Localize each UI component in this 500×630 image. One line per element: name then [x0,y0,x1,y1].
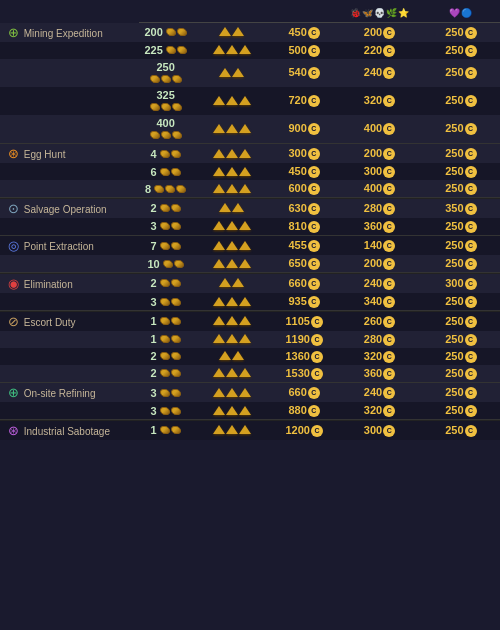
credit-icon: C [383,45,395,57]
credit-icon: C [465,27,477,39]
credit-icon: C [465,425,477,437]
mission-icon: ⊛ [8,146,19,161]
complexity-pip [239,241,251,250]
secondary2-credit-cell: 250C [422,421,500,440]
complexity-pip [226,425,238,434]
complexity-pip [219,203,231,212]
mission-name: Industrial Sabotage [24,426,110,437]
table-row: 250 540C240C250C [0,59,500,87]
mission-name: Escort Duty [24,317,76,328]
length-pip [172,103,182,111]
mission-type-0 [0,42,139,59]
complexity-pip [226,149,238,158]
mission-name: Salvage Operation [24,204,107,215]
primary-credit-cell: 1200C [271,421,337,440]
complexity-pip [213,167,225,176]
complexity-pip [213,241,225,250]
sec2-icons: 💜🔵 [425,8,497,18]
table-row: 3 810C360C250C [0,218,500,236]
primary-credit-cell: 600C [271,180,337,198]
complexity-pip [226,297,238,306]
credit-icon: C [383,425,395,437]
secondary2-credit-cell: 350C [422,199,500,218]
secondary1-credit-cell: 280C [337,199,421,218]
mission-type-0 [0,59,139,87]
credit-icon: C [465,334,477,346]
complexity-pip [219,351,231,360]
primary-credit-cell: 300C [271,144,337,163]
length-cell: 6 [139,163,193,180]
secondary2-credit-cell: 250C [422,365,500,383]
primary-col-header [271,6,337,23]
secondary2-credit-cell: 250C [422,255,500,273]
complexity-pip [213,316,225,325]
complexity-cell [193,199,271,218]
credit-icon: C [465,45,477,57]
secondary1-credit-cell: 400C [337,115,421,144]
complexity-cell [193,293,271,311]
credit-icon: C [308,258,320,270]
mission-type-2: ⊙ Salvage Operation [0,199,139,218]
credit-icon: C [308,95,320,107]
complexity-pip [213,425,225,434]
length-cell: 250 [139,59,193,87]
complexity-pip [239,221,251,230]
secondary1-credit-cell: 320C [337,402,421,420]
credit-icon: C [465,296,477,308]
mission-type-header [0,0,139,23]
length-pip [172,75,182,83]
primary-credit-cell: 1360C [271,348,337,365]
length-pip [160,407,170,415]
table-row: ◎ Point Extraction7 455C140C250C [0,236,500,255]
secondary2-credit-cell: 250C [422,402,500,420]
complexity-cell [193,115,271,144]
complexity-pip [213,368,225,377]
complexity-cell [193,144,271,163]
credit-icon: C [311,351,323,363]
complexity-pip [226,316,238,325]
complexity-pip [239,96,251,105]
length-cell: 2 [139,274,193,293]
complexity-pip [219,278,231,287]
length-pip [171,369,181,377]
length-pip [171,426,181,434]
table-row: 10 650C200C250C [0,255,500,273]
length-pip [160,335,170,343]
length-pip [160,204,170,212]
credit-icon: C [383,296,395,308]
credit-icon: C [465,123,477,135]
credit-icon: C [465,183,477,195]
primary-credit-cell: 660C [271,274,337,293]
credit-icon: C [465,316,477,328]
complexity-pip [213,124,225,133]
length-pip [163,260,173,268]
credit-icon: C [308,45,320,57]
complexity-cell [193,274,271,293]
length-cell: 2 [139,199,193,218]
credit-icon: C [465,368,477,380]
secondary2-credit-cell: 250C [422,218,500,236]
complexity-pip [239,425,251,434]
complexity-cell [193,331,271,348]
length-pip [171,222,181,230]
length-cell: 400 [139,115,193,144]
credit-icon: C [383,405,395,417]
credit-icon: C [308,278,320,290]
secondary1-credit-cell: 240C [337,59,421,87]
secondary1-credit-cell: 320C [337,87,421,115]
length-cell: 2 [139,348,193,365]
mission-type-5 [0,331,139,348]
length-pip [176,185,186,193]
credit-icon: C [465,221,477,233]
table-row: 325 720C320C250C [0,87,500,115]
length-pip [171,279,181,287]
mission-name: Mining Expedition [24,28,103,39]
length-pip [161,131,171,139]
length-pip [160,352,170,360]
credit-icon: C [308,183,320,195]
length-pip [160,426,170,434]
credit-icon: C [308,387,320,399]
mission-icon: ◎ [8,238,19,253]
complexity-cell [193,383,271,402]
complexity-pip [213,388,225,397]
